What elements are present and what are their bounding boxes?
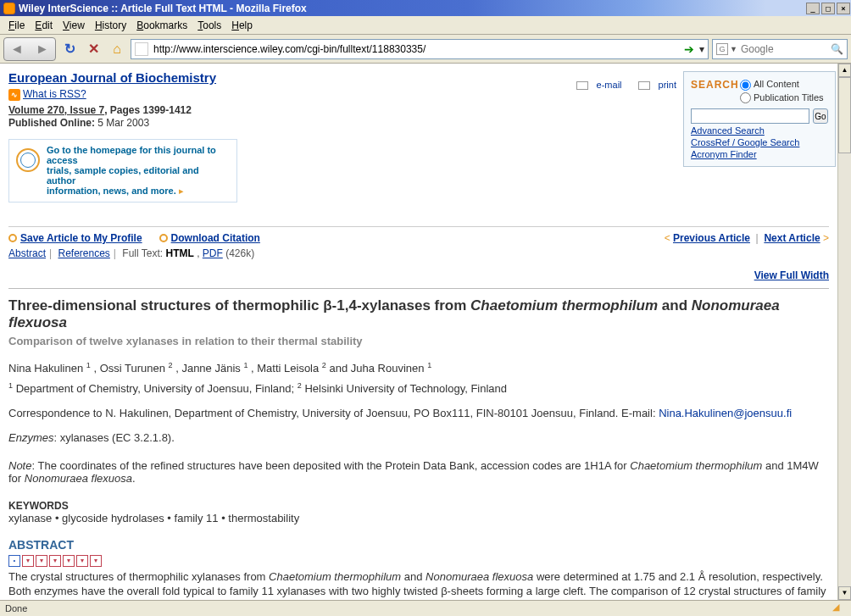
affiliations: 1 Department of Chemistry, University of… — [8, 381, 829, 395]
section-nav-icons: • ▾ ▾ ▾ ▾ ▾ ▾ — [8, 555, 829, 567]
minimize-button[interactable]: _ — [806, 3, 820, 14]
menu-tools[interactable]: Tools — [192, 18, 226, 33]
section-icon[interactable]: ▾ — [22, 555, 34, 567]
email-link[interactable]: e-mail — [570, 80, 622, 90]
section-icon[interactable]: ▾ — [49, 555, 61, 567]
favicon — [135, 42, 148, 56]
volume-issue[interactable]: Volume 270, Issue 7 — [8, 104, 104, 116]
radio-all-content[interactable]: All Content — [740, 79, 828, 91]
reload-button[interactable]: ↻ — [59, 39, 80, 59]
maximize-button[interactable]: □ — [821, 3, 835, 14]
section-icon[interactable]: ▾ — [76, 555, 88, 567]
tab-pdf[interactable]: PDF — [203, 247, 223, 259]
menu-file[interactable]: File — [3, 18, 30, 33]
advanced-search-link[interactable]: Advanced Search — [691, 125, 828, 136]
section-icon[interactable]: ▾ — [36, 555, 47, 567]
pdf-size: (426k) — [225, 247, 254, 259]
search-panel: SEARCH All Content Publication Titles Go… — [683, 71, 836, 167]
save-article-link[interactable]: Save Article to My Profile — [20, 232, 142, 244]
pages: Pages 1399-1412 — [110, 104, 192, 116]
crossref-link[interactable]: CrossRef / Google Search — [691, 137, 828, 147]
stop-button[interactable]: ✕ — [83, 39, 103, 59]
menu-view[interactable]: View — [58, 18, 90, 33]
window-title: Wiley InterScience :: Article Full Text … — [19, 3, 307, 14]
page-content: e-mail print SEARCH All Content Publicat… — [0, 64, 837, 600]
search-input[interactable] — [691, 108, 809, 124]
previous-article-link[interactable]: Previous Article — [673, 232, 750, 244]
firefox-icon — [3, 3, 15, 14]
section-icon[interactable]: ▾ — [63, 555, 75, 567]
print-link[interactable]: print — [631, 80, 676, 90]
resize-grip-icon[interactable]: ◢ — [832, 602, 846, 615]
google-icon: G — [716, 43, 728, 55]
mail-icon — [576, 81, 588, 90]
url-bar[interactable]: http://www.interscience.wiley.com/cgi-bi… — [131, 39, 709, 59]
acronym-finder-link[interactable]: Acronym Finder — [691, 149, 828, 159]
scroll-up-icon[interactable]: ▲ — [838, 64, 851, 77]
scroll-thumb[interactable] — [838, 77, 851, 153]
menu-help[interactable]: Help — [226, 18, 258, 33]
download-citation-link[interactable]: Download Citation — [171, 232, 260, 244]
journal-title-link[interactable]: European Journal of Biochemistry — [8, 70, 216, 85]
rss-icon[interactable]: ∿ — [8, 89, 20, 101]
home-button[interactable]: ⌂ — [107, 39, 127, 59]
menu-bookmarks[interactable]: Bookmarks — [131, 18, 192, 33]
next-article-link[interactable]: Next Article — [764, 232, 820, 244]
arrow-icon: ▸ — [179, 186, 184, 196]
published-label: Published Online: — [8, 117, 95, 129]
search-heading: SEARCH — [691, 79, 739, 91]
search-icon[interactable]: 🔍 — [831, 43, 843, 55]
radio-pub-titles[interactable]: Publication Titles — [740, 92, 828, 104]
close-button[interactable]: × — [837, 3, 850, 14]
correspondence-email[interactable]: Nina.Hakulinen@joensuu.fi — [659, 407, 792, 419]
view-full-width-link[interactable]: View Full Width — [754, 269, 829, 281]
scroll-down-icon[interactable]: ▼ — [838, 586, 851, 600]
print-icon — [638, 81, 650, 90]
keywords-list: xylanase • glycoside hydrolases • family… — [8, 512, 829, 524]
email-print-links: e-mail print — [563, 80, 676, 90]
navigation-toolbar: ◄► ↻ ✕ ⌂ http://www.interscience.wiley.c… — [0, 35, 851, 64]
tab-html: HTML — [165, 247, 193, 259]
fulltext-label: Full Text: — [122, 247, 163, 259]
note-line: Note: The coordinates of the refined str… — [8, 459, 829, 485]
go-icon[interactable]: ➔ — [684, 42, 694, 56]
published-date: 5 Mar 2003 — [97, 117, 149, 129]
tab-abstract[interactable]: Abstract — [8, 247, 46, 259]
article-title: Three-dimensional structures of thermoph… — [8, 297, 829, 331]
search-engine-dropdown-icon[interactable]: ▼ — [730, 45, 737, 53]
status-bar: Done ◢ — [0, 600, 851, 616]
enzymes-line: Enzymes: xylanases (EC 3.2.1.8). — [8, 431, 829, 444]
section-icon[interactable]: ▾ — [90, 555, 102, 567]
keywords-heading: KEYWORDS — [8, 500, 829, 512]
menu-edit[interactable]: Edit — [30, 18, 58, 33]
window-titlebar: Wiley InterScience :: Article Full Text … — [0, 0, 851, 16]
vertical-scrollbar[interactable]: ▲ ▼ — [837, 64, 851, 600]
rss-link[interactable]: What is RSS? — [23, 88, 86, 100]
browser-search-bar[interactable]: G ▼ Google 🔍 — [712, 39, 848, 59]
menu-bar: File Edit View History Bookmarks Tools H… — [0, 16, 851, 35]
nav-back-forward[interactable]: ◄► — [3, 37, 56, 61]
abstract-heading: ABSTRACT — [8, 538, 829, 552]
url-dropdown-icon[interactable]: ▾ — [694, 43, 704, 55]
tab-references[interactable]: References — [58, 247, 109, 259]
authors-list: Nina Hakulinen 1 , Ossi Turunen 2 , Jann… — [8, 361, 829, 375]
url-text: http://www.interscience.wiley.com/cgi-bi… — [153, 43, 426, 55]
journal-homepage-promo[interactable]: Go to the homepage for this journal to a… — [8, 139, 237, 203]
article-subtitle: Comparison of twelve xylanases in relati… — [8, 335, 829, 347]
globe-icon — [16, 148, 40, 172]
abstract-text: The crystal structures of thermophilic x… — [8, 570, 829, 600]
search-placeholder: Google — [741, 43, 774, 55]
bullet-icon — [8, 234, 17, 242]
scroll-track[interactable] — [838, 153, 851, 586]
correspondence: Correspondence to N. Hakulinen, Departme… — [8, 407, 829, 419]
go-button[interactable]: Go — [813, 108, 828, 124]
bullet-icon — [159, 234, 168, 242]
status-text: Done — [5, 603, 27, 613]
section-icon[interactable]: • — [8, 555, 20, 567]
menu-history[interactable]: History — [90, 18, 131, 33]
